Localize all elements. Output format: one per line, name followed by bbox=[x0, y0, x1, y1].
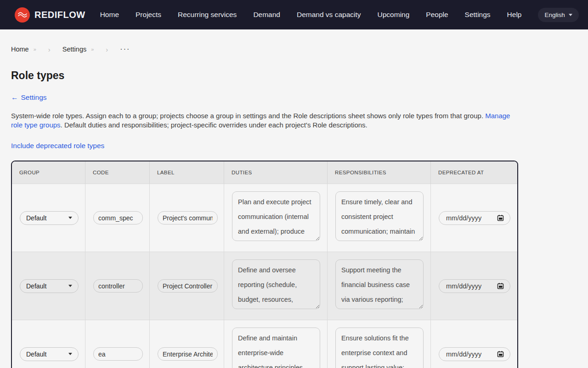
chevron-down-icon bbox=[68, 217, 72, 219]
nav-item-demand-vs-capacity[interactable]: Demand vs capacity bbox=[297, 11, 361, 19]
column-header-deprecated-at: DEPRECATED AT bbox=[431, 161, 517, 184]
date-placeholder: mm/dd/yyyy bbox=[446, 351, 481, 358]
language-selector[interactable]: English bbox=[538, 8, 578, 22]
brand[interactable]: REDIFLOW bbox=[15, 7, 85, 23]
breadcrumb-separator: » bbox=[91, 46, 94, 52]
table-row: Default Plan and execute project communi… bbox=[12, 184, 517, 252]
role-types-table: GROUP CODE LABEL DUTIES RESPONSIBILITIES… bbox=[11, 161, 518, 368]
description-text: . Default duties and responsibilities; p… bbox=[61, 121, 368, 129]
breadcrumb-home[interactable]: Home bbox=[11, 46, 29, 53]
nav-item-people[interactable]: People bbox=[426, 11, 448, 19]
chevron-right-icon: › bbox=[48, 46, 51, 53]
responsibilities-textarea[interactable]: Ensure solutions fit the enterprise cont… bbox=[335, 328, 424, 368]
calendar-icon[interactable] bbox=[497, 282, 504, 289]
back-to-settings-link[interactable]: ←Settings bbox=[11, 93, 47, 102]
calendar-icon[interactable] bbox=[497, 351, 504, 357]
chevron-down-icon bbox=[569, 14, 572, 16]
deprecated-at-date-input[interactable]: mm/dd/yyyy bbox=[439, 347, 510, 361]
page-title: Role types bbox=[11, 69, 577, 82]
page-description: System-wide role types. Assign each to a… bbox=[11, 111, 512, 130]
breadcrumb: Home » › Settings » › ··· bbox=[11, 45, 577, 53]
nav-item-recurring-services[interactable]: Recurring services bbox=[178, 11, 237, 19]
breadcrumb-ellipsis[interactable]: ··· bbox=[120, 45, 130, 53]
duties-textarea[interactable]: Define and maintain enterprise-wide arch… bbox=[232, 328, 320, 368]
back-arrow-icon: ← bbox=[11, 93, 18, 101]
chevron-down-icon bbox=[68, 353, 72, 355]
rediflow-logo-icon bbox=[15, 7, 30, 23]
group-select-value: Default bbox=[26, 214, 46, 222]
table-row: Default Define and oversee reporting (sc… bbox=[12, 252, 517, 320]
deprecated-at-date-input[interactable]: mm/dd/yyyy bbox=[439, 279, 510, 293]
include-deprecated-role-types-link[interactable]: Include deprecated role types bbox=[11, 142, 104, 150]
responsibilities-textarea[interactable]: Support meeting the financial business c… bbox=[335, 259, 424, 309]
code-input[interactable] bbox=[93, 211, 143, 224]
wave-icon bbox=[18, 12, 27, 18]
top-navigation: REDIFLOW Home Projects Recurring service… bbox=[0, 0, 588, 29]
table-row: Default Define and maintain enterprise-w… bbox=[12, 320, 517, 368]
deprecated-at-date-input[interactable]: mm/dd/yyyy bbox=[439, 211, 510, 225]
column-header-duties: DUTIES bbox=[224, 161, 328, 184]
date-placeholder: mm/dd/yyyy bbox=[446, 214, 481, 222]
description-text: System-wide role types. Assign each to a… bbox=[11, 112, 485, 120]
brand-name: REDIFLOW bbox=[34, 10, 85, 20]
column-header-code: CODE bbox=[85, 161, 150, 184]
table-header-row: GROUP CODE LABEL DUTIES RESPONSIBILITIES… bbox=[12, 161, 517, 184]
column-header-group: GROUP bbox=[12, 161, 85, 184]
label-input[interactable] bbox=[158, 211, 218, 224]
nav-item-projects[interactable]: Projects bbox=[136, 11, 161, 19]
chevron-down-icon bbox=[68, 285, 72, 287]
responsibilities-textarea[interactable]: Ensure timely, clear and consistent proj… bbox=[335, 191, 424, 241]
column-header-responsibilities: RESPONSIBILITIES bbox=[328, 161, 431, 184]
group-select[interactable]: Default bbox=[20, 279, 79, 293]
nav-item-demand[interactable]: Demand bbox=[253, 11, 280, 19]
code-input[interactable] bbox=[93, 279, 143, 293]
group-select[interactable]: Default bbox=[20, 211, 79, 225]
chevron-right-icon: › bbox=[106, 46, 108, 53]
page-content: Home » › Settings » › ··· Role types ←Se… bbox=[0, 45, 588, 368]
column-header-label: LABEL bbox=[150, 161, 224, 184]
group-select[interactable]: Default bbox=[20, 347, 79, 361]
breadcrumb-separator: » bbox=[34, 46, 36, 52]
nav-item-settings[interactable]: Settings bbox=[465, 11, 491, 19]
label-input[interactable] bbox=[158, 347, 218, 361]
nav-item-home[interactable]: Home bbox=[100, 11, 119, 19]
calendar-icon[interactable] bbox=[497, 214, 504, 221]
code-input[interactable] bbox=[93, 347, 143, 361]
duties-textarea[interactable]: Define and oversee reporting (schedule, … bbox=[232, 259, 320, 309]
breadcrumb-settings[interactable]: Settings bbox=[62, 46, 86, 53]
label-input[interactable] bbox=[158, 279, 218, 293]
group-select-value: Default bbox=[26, 351, 46, 358]
nav-item-upcoming[interactable]: Upcoming bbox=[378, 11, 410, 19]
language-label: English bbox=[544, 12, 565, 18]
date-placeholder: mm/dd/yyyy bbox=[446, 282, 481, 290]
group-select-value: Default bbox=[26, 282, 46, 290]
back-link-label: Settings bbox=[21, 93, 47, 101]
nav-item-help[interactable]: Help bbox=[507, 11, 522, 19]
duties-textarea[interactable]: Plan and execute project communication (… bbox=[232, 191, 320, 241]
